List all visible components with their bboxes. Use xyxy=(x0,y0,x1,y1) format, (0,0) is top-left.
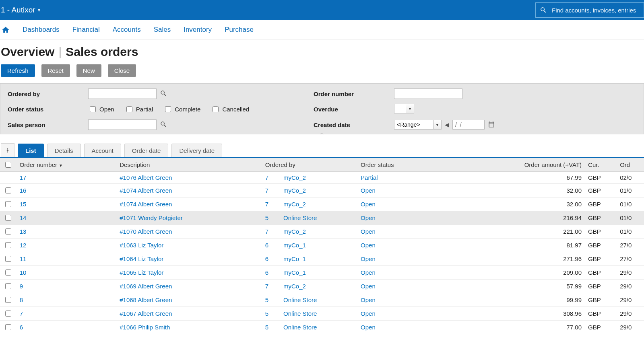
row-select-cell[interactable] xyxy=(0,266,17,280)
tab-order-date[interactable]: Order date xyxy=(124,144,169,157)
global-search-input[interactable] xyxy=(551,6,640,14)
description-link[interactable]: #1069 Albert Green xyxy=(120,283,172,290)
order-status-link[interactable]: Open xyxy=(361,228,376,235)
ordered-by-link[interactable]: myCo_2 xyxy=(283,228,306,235)
row-select-cell[interactable] xyxy=(0,239,17,252)
ordered-by-link[interactable]: myCo_1 xyxy=(283,269,306,276)
ordered-by-num-link[interactable]: 7 xyxy=(265,187,268,194)
tab-details[interactable]: Details xyxy=(47,144,81,157)
collapse-filter-panel[interactable]: ︿ xyxy=(314,130,330,134)
status-cancelled-checkbox[interactable] xyxy=(213,106,219,112)
nav-inventory[interactable]: Inventory xyxy=(184,26,212,34)
status-complete-checkbox[interactable] xyxy=(165,106,171,112)
row-select-cell[interactable] xyxy=(0,184,17,197)
row-select-cell[interactable] xyxy=(0,293,17,307)
ordered-by-num-link[interactable]: 7 xyxy=(265,174,268,181)
order-number-link[interactable]: 6 xyxy=(20,324,23,331)
pin-button[interactable] xyxy=(1,143,14,157)
ordered-by-link[interactable]: myCo_1 xyxy=(283,255,306,262)
sales-person-input[interactable] xyxy=(88,119,157,130)
description-link[interactable]: #1071 Wendy Potgieter xyxy=(120,214,183,221)
reset-button[interactable]: Reset xyxy=(41,64,70,77)
order-status-link[interactable]: Open xyxy=(361,187,376,194)
order-status-link[interactable]: Open xyxy=(361,324,376,331)
order-number-link[interactable]: 8 xyxy=(20,296,23,303)
ordered-by-input[interactable] xyxy=(88,88,157,99)
description-link[interactable]: #1063 Liz Taylor xyxy=(120,242,163,249)
status-partial-checkbox[interactable] xyxy=(126,106,132,112)
row-select-checkbox[interactable] xyxy=(5,297,11,303)
calendar-button[interactable] xyxy=(488,121,495,129)
created-date-range-select[interactable]: <Range> ▾ xyxy=(394,120,442,130)
row-select-cell[interactable] xyxy=(0,307,17,321)
table-row[interactable]: 14#1071 Wendy Potgieter5Online StoreOpen… xyxy=(0,211,644,225)
row-select-cell[interactable] xyxy=(0,280,17,293)
header-order-amount[interactable]: Order amount (+VAT) xyxy=(476,158,585,172)
status-cancelled[interactable]: Cancelled xyxy=(211,105,249,113)
order-number-input[interactable] xyxy=(394,88,462,99)
order-number-link[interactable]: 13 xyxy=(20,228,27,235)
status-complete[interactable]: Complete xyxy=(163,105,200,113)
row-select-checkbox[interactable] xyxy=(5,215,11,221)
table-row[interactable]: 15#1074 Albert Green7myCo_2Open32.00GBP0… xyxy=(0,197,644,211)
description-link[interactable]: #1064 Liz Taylor xyxy=(120,255,163,262)
row-select-checkbox[interactable] xyxy=(5,228,11,234)
overdue-dropdown-button[interactable]: ▾ xyxy=(406,104,414,113)
ordered-by-link[interactable]: myCo_2 xyxy=(283,283,306,290)
row-select-cell[interactable] xyxy=(0,321,17,334)
order-number-link[interactable]: 17 xyxy=(20,174,27,181)
order-status-link[interactable]: Open xyxy=(361,201,376,208)
description-link[interactable]: #1076 Albert Green xyxy=(120,174,172,181)
refresh-button[interactable]: Refresh xyxy=(1,64,35,77)
header-currency[interactable]: Cur. xyxy=(585,158,617,172)
ordered-by-num-link[interactable]: 5 xyxy=(265,310,268,317)
lookup-sales-person-button[interactable] xyxy=(160,121,167,129)
nav-accounts[interactable]: Accounts xyxy=(113,26,141,34)
row-select-cell[interactable] xyxy=(0,225,17,239)
order-number-link[interactable]: 10 xyxy=(20,269,27,276)
order-status-link[interactable]: Partial xyxy=(361,174,378,181)
header-order-number[interactable]: Order number▼ xyxy=(17,158,117,172)
table-row[interactable]: 12#1063 Liz Taylor6myCo_1Open81.97GBP27/… xyxy=(0,239,644,252)
row-select-cell[interactable] xyxy=(0,252,17,266)
row-select-checkbox[interactable] xyxy=(5,269,11,276)
tab-list[interactable]: List xyxy=(18,144,44,157)
ordered-by-num-link[interactable]: 5 xyxy=(265,296,268,303)
order-status-link[interactable]: Open xyxy=(361,242,376,249)
global-search[interactable] xyxy=(535,2,644,18)
table-row[interactable]: 9#1069 Albert Green7myCo_2Open57.99GBP29… xyxy=(0,280,644,293)
created-date-input[interactable] xyxy=(452,120,485,130)
ordered-by-num-link[interactable]: 5 xyxy=(265,214,268,221)
ordered-by-link[interactable]: Online Store xyxy=(283,310,317,317)
table-row[interactable]: 16#1074 Albert Green7myCo_2Open32.00GBP0… xyxy=(0,184,644,197)
order-status-link[interactable]: Open xyxy=(361,283,376,290)
header-description[interactable]: Description xyxy=(116,158,262,172)
row-select-cell[interactable] xyxy=(0,172,17,184)
overdue-select[interactable]: ▾ xyxy=(394,104,414,113)
row-select-cell[interactable] xyxy=(0,197,17,211)
order-number-link[interactable]: 15 xyxy=(20,201,27,208)
order-number-link[interactable]: 12 xyxy=(20,242,27,249)
order-number-link[interactable]: 11 xyxy=(20,255,27,262)
ordered-by-link[interactable]: myCo_1 xyxy=(283,242,306,249)
nav-home[interactable] xyxy=(2,26,10,34)
status-open-checkbox[interactable] xyxy=(90,106,96,112)
header-select-all[interactable] xyxy=(0,158,17,172)
table-row[interactable]: 11#1064 Liz Taylor6myCo_1Open271.96GBP27… xyxy=(0,252,644,266)
nav-sales[interactable]: Sales xyxy=(154,26,171,34)
description-link[interactable]: #1065 Liz Taylor xyxy=(120,269,163,276)
ordered-by-num-link[interactable]: 6 xyxy=(265,255,268,262)
row-select-checkbox[interactable] xyxy=(5,187,11,193)
close-button[interactable]: Close xyxy=(108,64,136,77)
table-row[interactable]: 7#1067 Albert Green5Online StoreOpen308.… xyxy=(0,307,644,321)
description-link[interactable]: #1074 Albert Green xyxy=(120,187,172,194)
row-select-checkbox[interactable] xyxy=(5,311,11,317)
status-open[interactable]: Open xyxy=(88,105,114,113)
nav-dashboards[interactable]: Dashboards xyxy=(23,26,60,34)
header-ordered-by[interactable]: Ordered by xyxy=(262,158,357,172)
row-select-checkbox[interactable] xyxy=(5,201,11,207)
ordered-by-link[interactable]: myCo_2 xyxy=(283,201,306,208)
row-select-checkbox[interactable] xyxy=(5,256,11,262)
order-status-link[interactable]: Open xyxy=(361,296,376,303)
ordered-by-num-link[interactable]: 7 xyxy=(265,283,268,290)
